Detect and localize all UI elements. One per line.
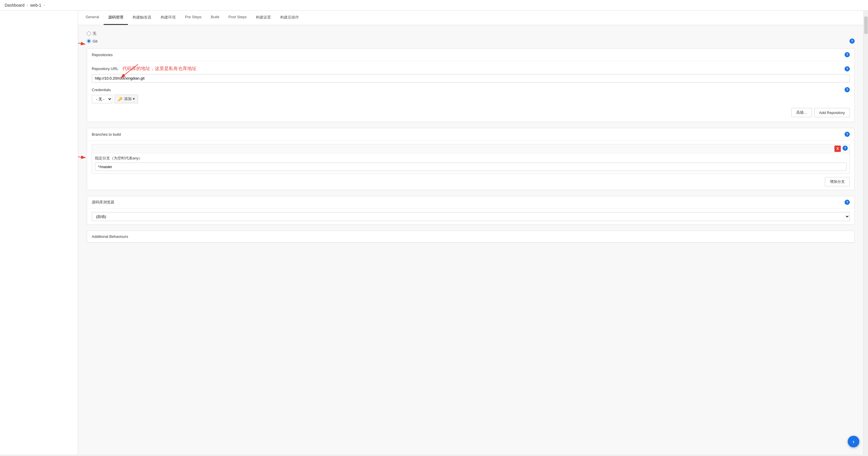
source-browser-help-icon[interactable]: ? <box>844 200 850 205</box>
branches-body: X ? 指定分支（为空时代表any） 增加分支 <box>87 141 855 190</box>
branches-section: Branches to build ? X ? 指定分支（为空时代表any） <box>87 128 855 190</box>
repositories-section: Repositories ? <box>87 48 855 122</box>
radio-none-label: 无 <box>93 31 96 36</box>
branch-item-header: X ? <box>92 144 849 153</box>
repositories-body: Repository URL 代码库的地址，这里是私有仓库地址 ? Creden… <box>87 61 855 122</box>
branch-field-help-icon[interactable]: ? <box>842 145 848 151</box>
arrow-to-git <box>78 36 93 48</box>
branches-label: Branches to build <box>92 132 121 137</box>
branches-header: Branches to build ? <box>87 128 855 141</box>
radio-none-row: 无 <box>87 31 855 36</box>
add-branch-button[interactable]: 增加分支 <box>825 177 850 186</box>
radio-git-label: Git <box>93 39 97 43</box>
repositories-header: Repositories ? <box>87 48 855 61</box>
floating-action-button[interactable]: › <box>848 436 859 447</box>
tab-build[interactable]: Build <box>206 11 224 25</box>
source-browser-label: 源码库浏览器 <box>92 200 114 205</box>
branch-field-body: 指定分支（为空时代表any） <box>92 153 849 173</box>
breadcrumb-project[interactable]: web-1 <box>30 3 41 7</box>
git-help-icon[interactable]: ? <box>849 38 855 44</box>
repo-url-help-icon[interactable]: ? <box>844 66 850 71</box>
repo-url-label: Repository URL <box>92 67 118 71</box>
repo-url-label-row: Repository URL 代码库的地址，这里是私有仓库地址 ? <box>92 66 850 72</box>
credentials-label: Credentials <box>92 88 111 92</box>
breadcrumb-sep1: › <box>27 3 28 7</box>
repo-buttons-row: 高级... Add Repository <box>92 108 850 117</box>
source-type-group: 无 Git ? <box>87 31 855 44</box>
radio-none[interactable] <box>87 32 91 36</box>
additional-label: Additional Behaviours <box>92 234 128 239</box>
key-icon: 🔑 <box>118 97 122 101</box>
add-credentials-button[interactable]: 🔑 添加 ▾ <box>115 95 138 103</box>
tab-settings[interactable]: 构建设置 <box>251 11 276 25</box>
branches-help-icon[interactable]: ? <box>844 132 850 137</box>
credentials-select[interactable]: - 无 - <box>92 95 112 103</box>
svg-line-5 <box>78 154 86 158</box>
content-area: General 源码管理 构建触发器 构建环境 Pre Steps Build … <box>78 11 863 455</box>
repo-url-input[interactable] <box>92 74 850 83</box>
tab-poststeps[interactable]: Post Steps <box>224 11 251 25</box>
breadcrumb-dashboard[interactable]: Dashboard <box>5 3 25 7</box>
credentials-group: Credentials ? - 无 - 🔑 添加 ▾ <box>92 87 850 103</box>
breadcrumb: Dashboard › web-1 › <box>0 0 868 11</box>
left-sidebar <box>0 11 78 455</box>
branch-item: X ? 指定分支（为空时代表any） <box>92 144 850 173</box>
source-browser-body: (自动) <box>87 208 855 225</box>
source-browser-section: 源码库浏览器 ? (自动) <box>87 196 855 225</box>
branch-field-label-row: 指定分支（为空时代表any） <box>95 156 846 161</box>
credentials-help-icon[interactable]: ? <box>844 87 850 92</box>
credentials-row: - 无 - 🔑 添加 ▾ <box>92 95 850 103</box>
tab-general[interactable]: General <box>81 11 104 25</box>
add-btn-label: 添加 ▾ <box>124 96 135 102</box>
repo-url-group: Repository URL 代码库的地址，这里是私有仓库地址 ? <box>92 66 850 83</box>
scroll-thumb[interactable] <box>864 17 868 34</box>
tab-trigger[interactable]: 构建触发器 <box>128 11 156 25</box>
source-browser-header: 源码库浏览器 ? <box>87 196 855 208</box>
additional-section: Additional Behaviours <box>87 231 855 243</box>
repositories-help-icon[interactable]: ? <box>844 52 850 57</box>
radio-git-row: Git ? <box>87 38 855 44</box>
repo-url-annotation: 代码库的地址，这里是私有仓库地址 <box>122 66 196 72</box>
page-content: 无 Git ? Repositories ? <box>78 25 863 254</box>
tab-presteps[interactable]: Pre Steps <box>180 11 206 25</box>
tab-postbuild[interactable]: 构建后操作 <box>276 11 304 25</box>
remove-branch-button[interactable]: X <box>834 145 841 152</box>
breadcrumb-sep2: › <box>44 3 45 7</box>
advanced-button[interactable]: 高级... <box>791 108 812 117</box>
svg-line-1 <box>78 39 85 44</box>
branch-field-label: 指定分支（为空时代表any） <box>95 156 143 161</box>
tabs-bar: General 源码管理 构建触发器 构建环境 Pre Steps Build … <box>78 11 863 25</box>
credentials-label-row: Credentials ? <box>92 87 850 92</box>
tab-env[interactable]: 构建环境 <box>156 11 180 25</box>
source-browser-select[interactable]: (自动) <box>92 212 850 221</box>
repositories-label: Repositories <box>92 53 113 57</box>
branch-input[interactable] <box>95 163 846 171</box>
tab-source[interactable]: 源码管理 <box>104 11 128 25</box>
right-scrollbar[interactable] <box>863 11 868 455</box>
add-branch-row: 增加分支 <box>92 177 850 186</box>
additional-header: Additional Behaviours <box>87 231 855 242</box>
add-repository-button[interactable]: Add Repository <box>814 108 850 117</box>
floating-button-icon: › <box>852 438 855 445</box>
